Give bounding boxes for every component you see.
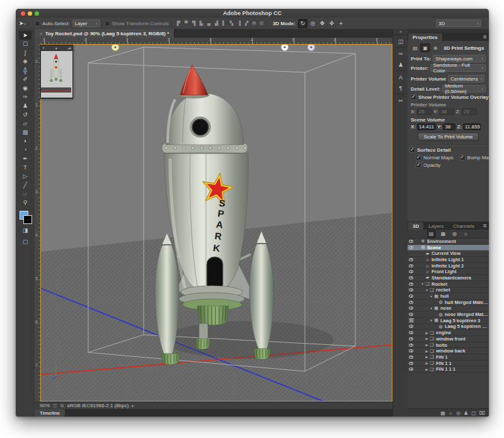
expand-arrow-icon[interactable]: ▶ bbox=[425, 368, 429, 371]
scene-tree-row[interactable]: ◍nose Merged Material bbox=[408, 312, 489, 318]
secondary-view-close-icon[interactable]: × bbox=[42, 46, 45, 50]
visibility-toggle[interactable] bbox=[408, 331, 415, 334]
healing-brush-tool[interactable]: ◉ bbox=[19, 84, 32, 93]
printer-dropdown[interactable]: Sandstone - Full Color↕ bbox=[430, 64, 486, 72]
timeline-tab[interactable]: Timeline bbox=[35, 409, 65, 417]
scene-tree-row[interactable]: ⊛Environment bbox=[408, 239, 489, 245]
type-tool[interactable]: T bbox=[19, 163, 32, 172]
brush-presets-panel-icon[interactable]: ✑ bbox=[396, 47, 406, 59]
expand-arrow-icon[interactable]: ▼ bbox=[429, 295, 433, 298]
scene-tree-row[interactable]: ▶❑FIN 1 1 bbox=[408, 361, 489, 367]
scene-tree-row[interactable]: ▶❑window front bbox=[408, 336, 489, 342]
workspace-dropdown[interactable]: 3D↕ bbox=[436, 20, 481, 27]
secondary-view-panel[interactable]: × ▾ ⇄ bbox=[40, 45, 73, 99]
align-right-icon[interactable]: ▜ bbox=[191, 21, 197, 26]
scene-tree-row[interactable]: ▶❑FIN 1 bbox=[408, 354, 489, 361]
filter-scene-icon[interactable]: ▤ bbox=[427, 230, 436, 238]
visibility-toggle[interactable] bbox=[408, 313, 415, 316]
expand-arrow-icon[interactable]: ▼ bbox=[429, 318, 433, 322]
visibility-toggle[interactable] bbox=[408, 306, 415, 310]
panel-menu-icon[interactable]: ≣ bbox=[483, 223, 487, 228]
visibility-toggle[interactable] bbox=[408, 270, 415, 273]
roll-3d-icon[interactable]: ◎ bbox=[309, 20, 317, 28]
visibility-toggle[interactable] bbox=[408, 344, 415, 347]
visibility-toggle[interactable] bbox=[408, 258, 415, 261]
secondary-view-camera-icon[interactable]: ▾ bbox=[55, 46, 57, 50]
expand-arrow-icon[interactable]: ▼ bbox=[425, 288, 429, 292]
filter-light-icon[interactable]: ☼ bbox=[462, 230, 470, 237]
scene-tree-row[interactable]: ▦Scene bbox=[408, 245, 489, 251]
tab-channels[interactable]: Channels bbox=[449, 222, 479, 230]
scene-tree-row[interactable]: ▰Current View bbox=[408, 250, 489, 257]
distribute-top-icon[interactable]: ▌ bbox=[221, 21, 227, 26]
character-panel-icon[interactable]: A bbox=[396, 70, 406, 82]
overlay-toggle-icon[interactable]: ◎ bbox=[456, 410, 461, 416]
zoom-tool[interactable]: ⚲ bbox=[19, 198, 32, 207]
align-bottom-icon[interactable]: ▟ bbox=[214, 21, 219, 26]
align-middle-icon[interactable]: ▄ bbox=[206, 21, 212, 26]
tab-properties[interactable]: Properties bbox=[408, 33, 442, 41]
expand-arrow-icon[interactable]: ▶ bbox=[425, 331, 429, 335]
visibility-toggle[interactable] bbox=[408, 246, 415, 249]
scale-to-print-volume-button[interactable]: Scale To Print Volume bbox=[418, 133, 478, 141]
current-tool-icon[interactable]: ➤▾ bbox=[19, 20, 26, 26]
visibility-toggle[interactable] bbox=[408, 264, 415, 267]
scene-tree-row[interactable]: ▼▦hull bbox=[408, 293, 489, 300]
auto-select-checkbox[interactable]: Auto-Select: bbox=[35, 21, 70, 26]
gradient-tool[interactable]: ▨ bbox=[19, 128, 32, 137]
tool-presets-panel-icon[interactable]: ✂ bbox=[396, 94, 406, 105]
color-swatches[interactable] bbox=[19, 211, 32, 223]
eraser-tool[interactable]: ▱ bbox=[19, 119, 32, 128]
new-item-icon[interactable]: ▢ bbox=[471, 410, 476, 416]
scene-tree-row[interactable]: ▼▦nose bbox=[408, 306, 489, 312]
expand-arrow-icon[interactable]: ▶ bbox=[425, 349, 429, 353]
normal-maps-checkbox[interactable] bbox=[416, 155, 421, 160]
render-icon[interactable]: ♟ bbox=[464, 410, 468, 416]
bump-maps-checkbox[interactable] bbox=[460, 155, 466, 160]
show-transform-controls-checkbox[interactable]: Show Transform Controls bbox=[105, 21, 169, 26]
background-color-swatch[interactable] bbox=[23, 215, 32, 224]
close-tab-icon[interactable]: × bbox=[40, 31, 43, 36]
align-left-icon[interactable]: ▛ bbox=[176, 21, 181, 26]
tab-3d[interactable]: 3D bbox=[408, 222, 423, 230]
line-tool[interactable]: ╱ bbox=[19, 181, 32, 189]
histogram-panel-icon[interactable]: ◫ bbox=[396, 36, 406, 46]
expand-arrow-icon[interactable]: ▶ bbox=[425, 355, 429, 359]
show-overlay-checkbox[interactable] bbox=[411, 94, 416, 100]
distribute-left-icon[interactable]: ▞ bbox=[244, 21, 249, 26]
status-menu-arrow[interactable]: ▸ bbox=[132, 403, 134, 408]
distribute-right-icon[interactable]: ▥ bbox=[259, 21, 265, 26]
coordinates-icon[interactable]: ⊕ bbox=[431, 44, 440, 52]
blur-tool[interactable]: ◗ bbox=[19, 137, 32, 145]
path-selection-tool[interactable]: ▷ bbox=[19, 172, 32, 181]
scene-tree-row[interactable]: ▶❑engine bbox=[408, 330, 489, 336]
tab-layers[interactable]: Layers bbox=[424, 222, 448, 230]
visibility-toggle[interactable] bbox=[408, 240, 415, 243]
visibility-toggle[interactable] bbox=[408, 362, 415, 365]
pen-tool[interactable]: ✒ bbox=[19, 154, 32, 163]
filter-mesh-icon[interactable]: ▦ bbox=[440, 230, 447, 237]
visibility-toggle[interactable] bbox=[408, 368, 415, 371]
scene-tree-row[interactable]: ▶❑FIN 1 1 1 bbox=[408, 366, 489, 373]
visibility-toggle[interactable] bbox=[408, 288, 415, 291]
expand-panels-button[interactable]: « bbox=[393, 29, 408, 35]
slide-3d-icon[interactable]: ✜ bbox=[328, 20, 336, 28]
quick-mask-button[interactable]: ◨ bbox=[19, 226, 32, 235]
light-widget-yellow[interactable] bbox=[112, 44, 119, 51]
clone-stamp-tool[interactable]: ♟ bbox=[19, 101, 32, 110]
print-to-dropdown[interactable]: Shapeways.com↕ bbox=[433, 55, 486, 62]
move-tool[interactable]: ➤ bbox=[19, 31, 32, 40]
document-tab[interactable]: × Toy Rocket.psd @ 90% (Laag 5 kopiëren … bbox=[35, 29, 175, 38]
opacity-checkbox[interactable] bbox=[416, 162, 421, 168]
light-widget-purple[interactable] bbox=[308, 44, 315, 51]
add-light-icon[interactable]: ☼ bbox=[449, 410, 453, 416]
scene-tree-row[interactable]: ▶❑window back bbox=[408, 348, 489, 354]
surface-detail-checkbox[interactable] bbox=[410, 147, 415, 153]
units-dropdown[interactable]: Centimeters↕ bbox=[448, 75, 484, 82]
align-center-h-icon[interactable]: ▀ bbox=[183, 21, 189, 26]
filter-material-footer-icon[interactable]: ▦ bbox=[440, 410, 445, 416]
expand-arrow-icon[interactable]: ▶ bbox=[425, 361, 429, 365]
hand-tool[interactable]: ☞ bbox=[19, 189, 32, 198]
scene-tree-row[interactable]: ▼▦Laag 5 kopiëren 3 bbox=[408, 318, 489, 324]
pan-3d-icon[interactable]: ✥ bbox=[318, 20, 326, 28]
